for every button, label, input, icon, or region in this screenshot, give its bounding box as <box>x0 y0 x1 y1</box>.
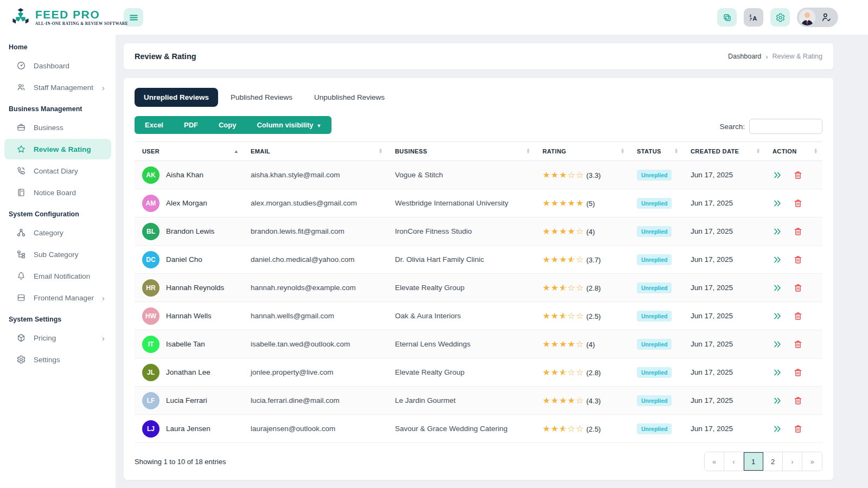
sidebar-item-label: Review & Rating <box>34 145 91 153</box>
business-name: Le Jardin Gourmet <box>387 387 535 415</box>
column-header-action[interactable]: ACTION▴▾ <box>765 142 822 161</box>
business-name: Eternal Lens Weddings <box>387 330 535 358</box>
column-header-rating[interactable]: RATING▴▾ <box>535 142 629 161</box>
trash-icon <box>793 227 803 236</box>
avatar: HR <box>142 279 159 297</box>
sidebar-item-dashboard[interactable]: Dashboard <box>4 55 111 76</box>
reply-button[interactable] <box>773 339 782 349</box>
reply-button[interactable] <box>773 283 782 293</box>
star-half-icon: ☆★ <box>559 368 567 377</box>
column-header-email[interactable]: EMAIL▴▾ <box>243 142 387 161</box>
delete-button[interactable] <box>793 339 803 349</box>
excel-export-button[interactable]: Excel <box>135 116 174 134</box>
sidebar-item-sub-category[interactable]: Sub Category <box>4 244 111 265</box>
pagination-first[interactable]: « <box>705 452 724 471</box>
reply-button[interactable] <box>773 227 782 236</box>
sidebar-item-business[interactable]: Business <box>4 117 111 138</box>
star-empty-icon: ☆ <box>576 396 583 405</box>
avatar: IT <box>142 336 159 353</box>
reply-button[interactable] <box>773 170 782 180</box>
brand-logo-icon <box>10 7 31 28</box>
brand-logo[interactable]: FEED PRO ALL-IN-ONE RATING & REVIEW SOFT… <box>0 0 116 34</box>
trash-icon <box>793 368 803 377</box>
delete-button[interactable] <box>793 170 803 180</box>
column-header-created-date[interactable]: CREATED DATE▴▾ <box>683 142 765 161</box>
star-full-icon: ★ <box>542 312 550 320</box>
column-header-business[interactable]: BUSINESS▴▾ <box>387 142 535 161</box>
copy-export-button[interactable]: Copy <box>208 116 247 134</box>
star-half-icon: ☆★ <box>567 255 575 264</box>
search-label: Search: <box>719 123 745 131</box>
star-full-icon: ★ <box>542 171 550 179</box>
search-input[interactable] <box>749 119 822 134</box>
table-row: DCDaniel Chodaniel.cho.medical@yahoo.com… <box>135 246 822 274</box>
business-name: Elevate Realty Group <box>387 274 535 302</box>
delete-button[interactable] <box>793 396 803 406</box>
sidebar-item-contact-diary[interactable]: Contact Diary <box>4 160 111 181</box>
column-header-user[interactable]: USER▴ <box>135 142 243 161</box>
sidebar-item-notice-board[interactable]: Notice Board <box>4 182 111 203</box>
copy-pages-button[interactable] <box>717 8 737 27</box>
star-empty-icon: ☆ <box>576 227 583 236</box>
sidebar-item-review-rating[interactable]: Review & Rating <box>4 139 111 159</box>
user-email: jonlee.property@live.com <box>243 358 387 387</box>
reply-button[interactable] <box>773 255 782 265</box>
delete-button[interactable] <box>793 311 803 321</box>
pagination-last[interactable]: » <box>802 452 822 471</box>
star-full-icon: ★ <box>551 340 558 349</box>
pagination-page-1[interactable]: 1 <box>744 452 763 471</box>
star-rating: ★★☆★☆☆ <box>542 284 584 292</box>
translate-button[interactable]: zA <box>744 8 763 27</box>
reply-button[interactable] <box>773 198 782 208</box>
reply-button[interactable] <box>773 424 782 434</box>
rating-value: (3.7) <box>586 256 601 264</box>
star-empty-icon: ☆ <box>567 368 575 377</box>
star-half-icon: ☆★ <box>559 284 567 292</box>
delete-button[interactable] <box>793 255 803 265</box>
pagination-next[interactable]: › <box>783 452 802 471</box>
tab-unpublished-reviews[interactable]: Unpublished Reviews <box>305 88 394 107</box>
star-empty-icon: ☆ <box>576 425 583 433</box>
reply-button[interactable] <box>773 396 782 406</box>
sidebar-item-label: Settings <box>34 356 60 364</box>
avatar: DC <box>142 251 159 268</box>
sidebar-item-staff-management[interactable]: Staff Management› <box>4 77 111 98</box>
delete-button[interactable] <box>793 198 803 208</box>
sidebar-item-label: Dashboard <box>34 62 69 70</box>
star-full-icon: ★ <box>551 255 558 264</box>
star-full-icon: ★ <box>542 227 550 236</box>
pagination-page-2[interactable]: 2 <box>763 452 783 471</box>
column-visibility-dropdown[interactable]: Column visibility▼ <box>246 116 331 134</box>
star-full-icon: ★ <box>567 227 575 236</box>
chevron-right-icon: › <box>102 294 105 302</box>
delete-button[interactable] <box>793 283 803 293</box>
star-empty-icon: ☆ <box>576 255 583 264</box>
user-menu[interactable] <box>797 8 838 27</box>
delete-button[interactable] <box>793 368 803 377</box>
sidebar-item-category[interactable]: Category <box>4 222 111 243</box>
settings-button[interactable] <box>770 8 790 27</box>
tab-unreplied-reviews[interactable]: Unreplied Reviews <box>135 88 218 107</box>
topbar: zA <box>116 0 868 35</box>
reply-button[interactable] <box>773 368 782 377</box>
avatar: AK <box>142 166 159 184</box>
phone-icon <box>16 166 26 176</box>
delete-button[interactable] <box>793 424 803 434</box>
tab-published-reviews[interactable]: Published Reviews <box>221 88 302 107</box>
column-header-status[interactable]: STATUS▴▾ <box>629 142 683 161</box>
bell-icon <box>16 271 26 281</box>
reply-button[interactable] <box>773 311 782 321</box>
sidebar-item-frontend-manager[interactable]: Frontend Manager› <box>4 287 111 308</box>
sidebar-item-pricing[interactable]: Pricing› <box>4 328 111 348</box>
reviews-card: Unreplied ReviewsPublished ReviewsUnpubl… <box>124 78 833 480</box>
sidebar-section-heading: System Settings <box>0 309 116 326</box>
delete-button[interactable] <box>793 227 803 236</box>
pagination-prev[interactable]: ‹ <box>724 452 744 471</box>
notice-icon <box>16 188 26 197</box>
table-row: BLBrandon Lewisbrandon.lewis.fit@gmail.c… <box>135 217 822 246</box>
breadcrumb-dashboard-link[interactable]: Dashboard <box>728 53 761 60</box>
pdf-export-button[interactable]: PDF <box>174 116 208 134</box>
sidebar-item-email-notification[interactable]: Email Notification <box>4 266 111 286</box>
sidebar-item-label: Contact Diary <box>34 167 78 175</box>
sidebar-item-settings[interactable]: Settings <box>4 349 111 370</box>
